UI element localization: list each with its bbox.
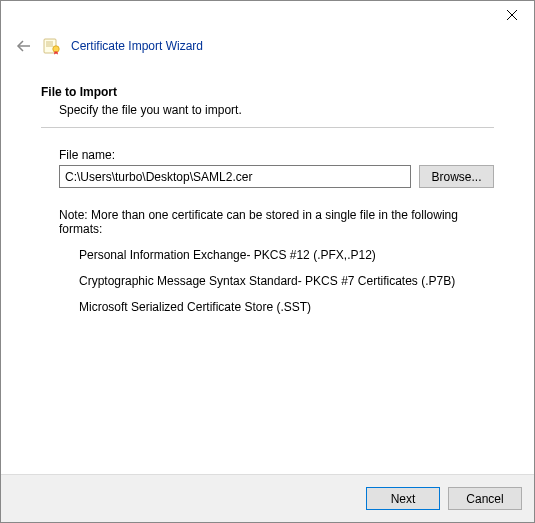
page-description: Specify the file you want to import. — [41, 103, 494, 117]
cancel-button[interactable]: Cancel — [448, 487, 522, 510]
note-format-1: Personal Information Exchange- PKCS #12 … — [59, 248, 494, 262]
browse-button[interactable]: Browse... — [419, 165, 494, 188]
file-name-label: File name: — [59, 148, 494, 162]
wizard-title: Certificate Import Wizard — [71, 39, 203, 53]
note-format-3: Microsoft Serialized Certificate Store (… — [59, 300, 494, 314]
wizard-header: Certificate Import Wizard — [1, 31, 534, 55]
divider — [41, 127, 494, 128]
note-block: Note: More than one certificate can be s… — [59, 208, 494, 314]
wizard-footer: Next Cancel — [1, 474, 534, 522]
next-button[interactable]: Next — [366, 487, 440, 510]
close-button[interactable] — [489, 1, 534, 29]
certificate-wizard-icon — [43, 37, 61, 55]
page-heading: File to Import — [41, 85, 494, 99]
file-name-input[interactable] — [59, 165, 411, 188]
svg-point-7 — [53, 46, 59, 52]
note-intro: Note: More than one certificate can be s… — [59, 208, 494, 236]
note-format-2: Cryptographic Message Syntax Standard- P… — [59, 274, 494, 288]
titlebar — [1, 1, 534, 31]
wizard-content: File to Import Specify the file you want… — [1, 55, 534, 314]
back-arrow-icon[interactable] — [15, 37, 33, 55]
